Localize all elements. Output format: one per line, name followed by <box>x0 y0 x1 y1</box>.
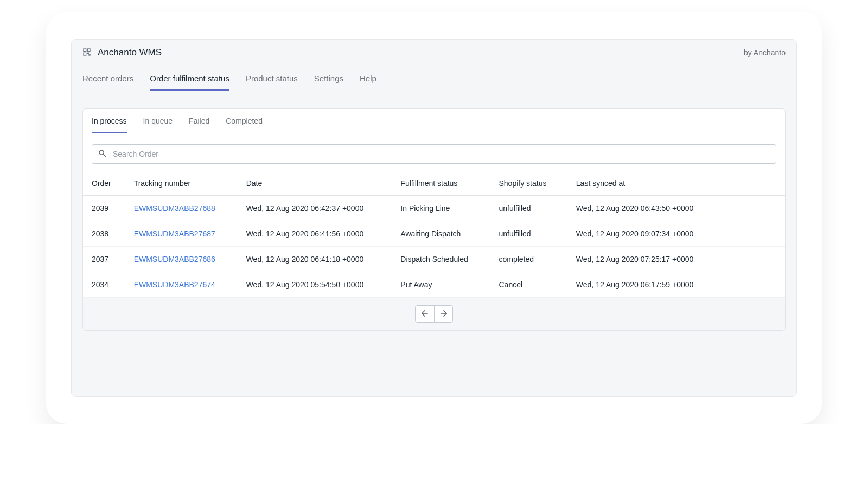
cell-date: Wed, 12 Aug 2020 05:54:50 +0000 <box>238 272 392 298</box>
status-subtabs: In process In queue Failed Completed <box>83 109 785 133</box>
cell-tracking: EWMSUDM3ABB27686 <box>125 247 238 272</box>
cell-fulfillment: Dispatch Scheduled <box>392 247 490 272</box>
search-icon <box>98 149 107 160</box>
cell-shopify: unfulfilled <box>490 196 567 221</box>
card-header-left: Anchanto WMS <box>82 47 162 58</box>
arrow-left-icon <box>420 309 430 320</box>
app-frame: Anchanto WMS by Anchanto Recent orders O… <box>46 12 822 424</box>
col-header-order: Order <box>83 169 125 196</box>
col-header-synced: Last synced at <box>567 169 785 196</box>
cell-fulfillment: Put Away <box>392 272 490 298</box>
arrow-right-icon <box>439 309 449 320</box>
app-by-text: by Anchanto <box>744 48 786 57</box>
cell-shopify: Cancel <box>490 272 567 298</box>
col-header-fulfillment: Fulfillment status <box>392 169 490 196</box>
cell-shopify: completed <box>490 247 567 272</box>
cell-order: 2037 <box>83 247 125 272</box>
tab-order-fulfilment-status[interactable]: Order fulfilment status <box>150 66 229 91</box>
primary-tabs: Recent orders Order fulfilment status Pr… <box>72 66 796 91</box>
subtab-in-queue[interactable]: In queue <box>143 109 173 133</box>
table-row: 2039 EWMSUDM3ABB27688 Wed, 12 Aug 2020 0… <box>83 196 785 221</box>
content-panel: In process In queue Failed Completed <box>82 108 786 331</box>
col-header-shopify: Shopify status <box>490 169 567 196</box>
table-row: 2034 EWMSUDM3ABB27674 Wed, 12 Aug 2020 0… <box>83 272 785 298</box>
svg-rect-4 <box>89 54 90 55</box>
cell-date: Wed, 12 Aug 2020 06:41:18 +0000 <box>238 247 392 272</box>
cell-order: 2034 <box>83 272 125 298</box>
tracking-link[interactable]: EWMSUDM3ABB27687 <box>134 229 215 238</box>
search-box[interactable] <box>92 144 776 164</box>
svg-rect-0 <box>84 49 86 52</box>
cell-synced: Wed, 12 Aug 2020 06:17:59 +0000 <box>567 272 785 298</box>
cell-tracking: EWMSUDM3ABB27688 <box>125 196 238 221</box>
tab-product-status[interactable]: Product status <box>246 66 298 91</box>
tracking-link[interactable]: EWMSUDM3ABB27686 <box>134 255 215 264</box>
table-header-row: Order Tracking number Date Fulfillment s… <box>83 169 785 196</box>
cell-order: 2039 <box>83 196 125 221</box>
cell-tracking: EWMSUDM3ABB27674 <box>125 272 238 298</box>
subtab-failed[interactable]: Failed <box>189 109 209 133</box>
col-header-tracking: Tracking number <box>125 169 238 196</box>
svg-rect-3 <box>87 53 88 54</box>
svg-rect-2 <box>84 53 86 55</box>
cell-synced: Wed, 12 Aug 2020 06:43:50 +0000 <box>567 196 785 221</box>
cell-tracking: EWMSUDM3ABB27687 <box>125 221 238 247</box>
cell-fulfillment: Awaiting Dispatch <box>392 221 490 247</box>
search-input[interactable] <box>112 145 770 163</box>
svg-rect-1 <box>87 49 90 52</box>
cell-order: 2038 <box>83 221 125 247</box>
tab-help[interactable]: Help <box>360 66 376 91</box>
pagination <box>83 298 785 330</box>
search-wrap <box>83 133 785 169</box>
cell-shopify: unfulfilled <box>490 221 567 247</box>
cell-synced: Wed, 12 Aug 2020 09:07:34 +0000 <box>567 221 785 247</box>
app-title: Anchanto WMS <box>98 47 162 58</box>
pager-next-button[interactable] <box>434 306 452 322</box>
subtab-in-process[interactable]: In process <box>92 109 127 133</box>
cell-date: Wed, 12 Aug 2020 06:41:56 +0000 <box>238 221 392 247</box>
cell-synced: Wed, 12 Aug 2020 07:25:17 +0000 <box>567 247 785 272</box>
cell-date: Wed, 12 Aug 2020 06:42:37 +0000 <box>238 196 392 221</box>
tracking-link[interactable]: EWMSUDM3ABB27674 <box>134 280 215 289</box>
col-header-date: Date <box>238 169 392 196</box>
table-row: 2037 EWMSUDM3ABB27686 Wed, 12 Aug 2020 0… <box>83 247 785 272</box>
cell-fulfillment: In Picking Line <box>392 196 490 221</box>
table-row: 2038 EWMSUDM3ABB27687 Wed, 12 Aug 2020 0… <box>83 221 785 247</box>
tab-settings[interactable]: Settings <box>314 66 343 91</box>
pager-prev-button[interactable] <box>416 306 434 322</box>
tab-recent-orders[interactable]: Recent orders <box>82 66 133 91</box>
pager-buttons <box>415 305 453 323</box>
subtab-completed[interactable]: Completed <box>226 109 263 133</box>
tracking-link[interactable]: EWMSUDM3ABB27688 <box>134 204 215 213</box>
main-card: Anchanto WMS by Anchanto Recent orders O… <box>71 39 797 397</box>
grid-icon <box>82 48 91 58</box>
card-header: Anchanto WMS by Anchanto <box>72 40 796 66</box>
orders-table: Order Tracking number Date Fulfillment s… <box>83 169 785 298</box>
